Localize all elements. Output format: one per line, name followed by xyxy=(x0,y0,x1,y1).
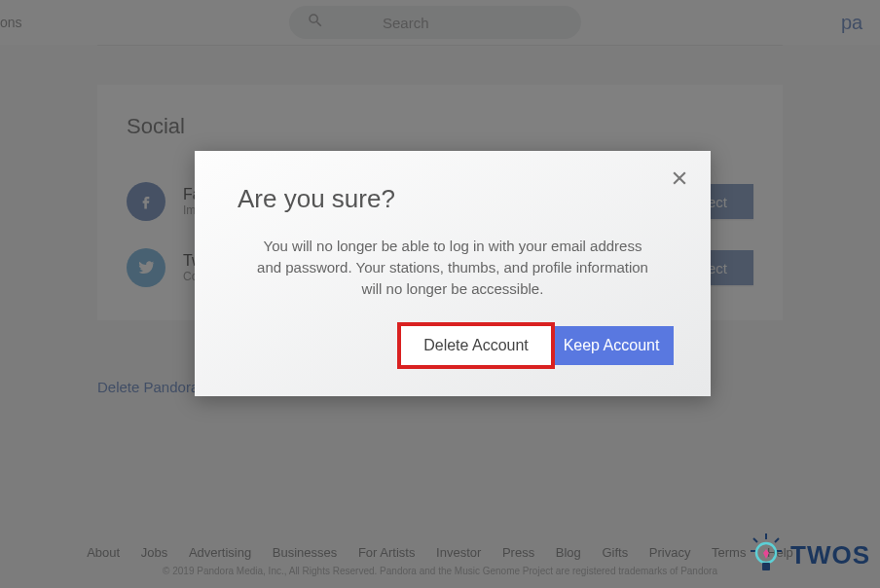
svg-line-3 xyxy=(753,538,757,542)
modal-title: Are you sure? xyxy=(238,184,668,214)
modal-button-row: Delete Account Keep Account xyxy=(397,322,674,369)
close-icon[interactable] xyxy=(670,168,689,192)
lightbulb-icon xyxy=(748,532,785,578)
modal-body-text: You will no longer be able to log in wit… xyxy=(238,236,668,299)
watermark: TWOS xyxy=(748,532,870,578)
confirm-delete-modal: Are you sure? You will no longer be able… xyxy=(195,151,711,396)
watermark-text: TWOS xyxy=(790,540,870,570)
delete-account-button[interactable]: Delete Account xyxy=(397,322,555,369)
keep-account-button[interactable]: Keep Account xyxy=(549,326,674,365)
svg-line-4 xyxy=(775,538,779,542)
svg-rect-8 xyxy=(762,563,770,570)
